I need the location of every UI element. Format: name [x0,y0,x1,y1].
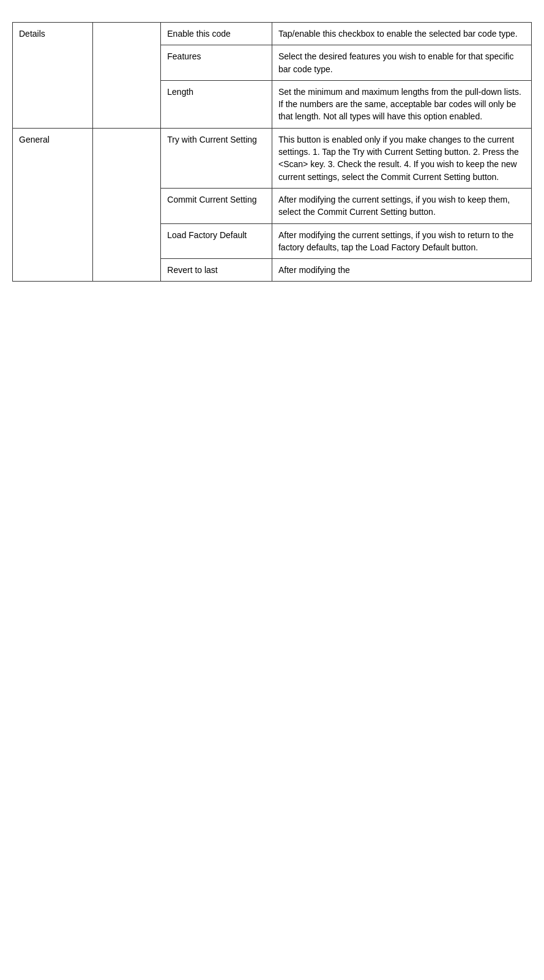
feature-description: Select the desired features you wish to … [272,45,531,81]
feature-name: Features [161,45,272,81]
empty-cell [93,23,161,129]
page-header [12,6,532,17]
empty-cell [93,128,161,282]
feature-description: Set the minimum and maximum lengths from… [272,80,531,128]
category-cell-details: Details [13,23,93,129]
feature-description: After modifying the current settings, if… [272,223,531,259]
feature-description: After modifying the [272,259,531,282]
feature-name: Revert to last [161,259,272,282]
feature-name: Length [161,80,272,128]
feature-name: Enable this code [161,23,272,45]
feature-description: After modifying the current settings, if… [272,188,531,223]
feature-description: Tap/enable this checkbox to enable the s… [272,23,531,45]
feature-name: Try with Current Setting [161,128,272,188]
category-cell-general: General [13,128,93,282]
page: DetailsEnable this codeTap/enable this c… [0,0,544,980]
feature-name: Commit Current Setting [161,188,272,223]
main-table: DetailsEnable this codeTap/enable this c… [12,22,532,282]
feature-name: Load Factory Default [161,223,272,259]
feature-description: This button is enabled only if you make … [272,128,531,188]
